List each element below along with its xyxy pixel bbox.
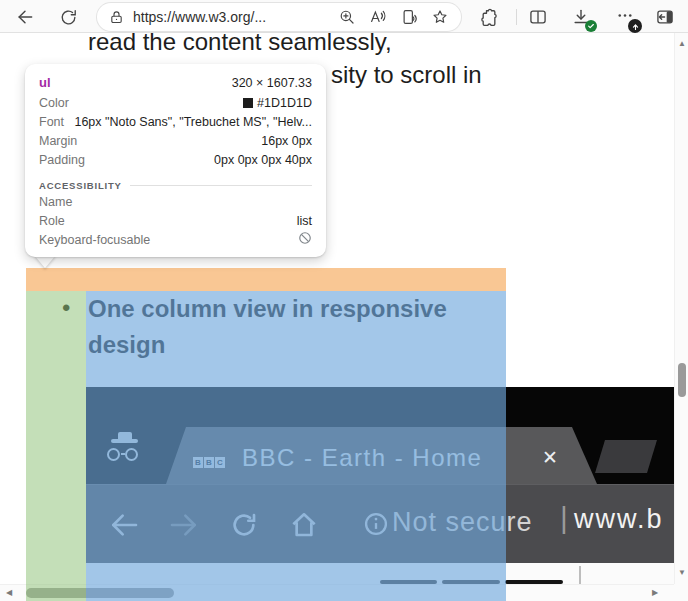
back-button[interactable] (12, 4, 38, 30)
screenshot-background-tab (595, 440, 657, 473)
inspect-row-label: Margin (39, 134, 77, 148)
sidebar-toggle-button[interactable] (652, 4, 678, 30)
split-screen-icon (528, 7, 548, 27)
screenshot-tab-bar: BBC BBC - Earth - Home ✕ (86, 387, 674, 484)
inspect-row-label: Padding (39, 153, 85, 167)
screenshot-info-icon (362, 510, 390, 538)
device-audio-icon (400, 8, 418, 26)
horizontal-scrollbar[interactable]: ◀ ▶ (0, 584, 674, 601)
screenshot-tab-close-icon: ✕ (542, 446, 558, 469)
screenshot-not-secure-label: Not secure (392, 507, 533, 538)
list-item-heading: One column view in responsive design (88, 291, 486, 363)
list-bullet: • (62, 294, 70, 322)
inspect-row-label: Role (39, 214, 65, 228)
settings-more-button[interactable] (612, 4, 638, 30)
download-complete-badge (585, 20, 597, 32)
inspect-padding-value: 0px 0px 0px 40px (214, 153, 312, 167)
inspect-row-label: Font (39, 115, 64, 129)
inspect-padding-overlay (26, 291, 86, 601)
inspect-row-label: Keyboard-focusable (39, 233, 150, 247)
screenshot-url-divider: | (560, 501, 568, 535)
url-text[interactable]: https://www.w3.org/... (133, 9, 325, 25)
sidebar-toggle-icon (655, 7, 675, 27)
inspect-tag-name: ul (39, 75, 51, 90)
browser-toolbar: https://www.w3.org/... (0, 0, 688, 33)
scrollbar-corner (674, 584, 688, 601)
downloads-button[interactable] (568, 4, 594, 30)
update-available-badge (628, 19, 642, 33)
scroll-left-arrow[interactable]: ◀ (6, 589, 12, 597)
scroll-down-arrow[interactable]: ▼ (678, 569, 686, 577)
embedded-screenshot: BBC BBC - Earth - Home ✕ Not secure | ww… (86, 387, 674, 585)
inspect-row-label: Color (39, 96, 69, 110)
screenshot-tab-title: BBC - Earth - Home (242, 444, 482, 472)
scroll-right-arrow[interactable]: ▶ (652, 589, 658, 597)
magnifier-plus-icon (338, 8, 356, 26)
toolbar-divider (516, 9, 517, 25)
horizontal-scrollbar-thumb[interactable] (26, 588, 174, 598)
star-icon (431, 8, 449, 26)
color-swatch (243, 98, 253, 108)
scroll-up-arrow[interactable]: ▲ (678, 40, 686, 48)
favorite-button[interactable] (431, 8, 449, 26)
address-bar[interactable]: https://www.w3.org/... (97, 3, 461, 31)
accessibility-section-header: ACCESSIBILITY (39, 178, 312, 192)
puzzle-icon (479, 7, 499, 27)
screenshot-url-text: www.b (574, 504, 664, 535)
read-aloud-icon (369, 8, 387, 26)
zoom-button[interactable] (338, 8, 356, 26)
screenshot-forward-icon (168, 509, 200, 541)
screenshot-back-icon (108, 509, 140, 541)
split-screen-button[interactable] (525, 4, 551, 30)
lock-icon (109, 10, 124, 25)
screenshot-strip-divider (579, 566, 581, 585)
back-icon (15, 7, 35, 27)
paragraph-line-2-fragment: sity to scroll in (331, 59, 482, 91)
vertical-scrollbar-thumb[interactable] (678, 363, 686, 397)
inspect-margin-value: 16px 0px (261, 134, 312, 148)
inspect-color-value: #1D1D1D (243, 96, 312, 110)
inspect-role-value: list (297, 214, 312, 228)
read-aloud-button[interactable] (369, 8, 387, 26)
inspect-row-label: Name (39, 195, 72, 209)
screenshot-refresh-icon (228, 509, 260, 541)
extensions-button[interactable] (476, 4, 502, 30)
refresh-icon (59, 8, 78, 27)
vertical-scrollbar[interactable]: ▲ ▼ (674, 33, 688, 584)
screen: read the content seamlessly, sity to scr… (0, 0, 688, 601)
refresh-button[interactable] (55, 4, 81, 30)
bbc-favicon: BBC (193, 451, 226, 469)
inspect-margin-overlay (26, 268, 506, 291)
tab-audio-button[interactable] (400, 8, 418, 26)
inspect-tooltip: ul 320 × 1607.33 Color #1D1D1D Font 16px… (25, 64, 326, 257)
not-focusable-icon (298, 231, 312, 248)
inspect-element-size: 320 × 1607.33 (232, 76, 312, 90)
inspect-font-value: 16px "Noto Sans", "Trebuchet MS", "Helv.… (74, 115, 312, 129)
screenshot-home-icon (288, 509, 320, 541)
